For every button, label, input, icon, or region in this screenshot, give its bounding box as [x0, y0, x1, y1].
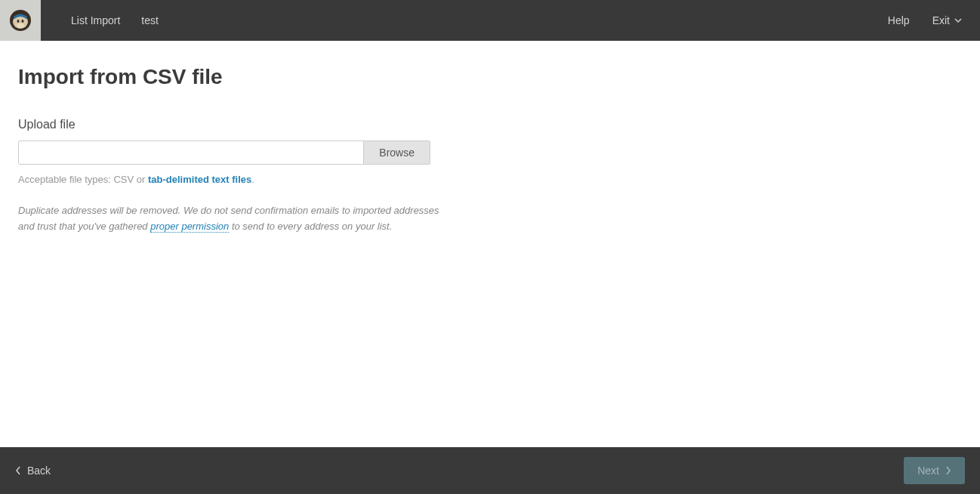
- exit-button[interactable]: Exit: [932, 14, 962, 26]
- mailchimp-logo-icon: [8, 8, 32, 32]
- proper-permission-link[interactable]: proper permission: [150, 221, 229, 233]
- file-path-input[interactable]: [18, 140, 364, 165]
- file-input-group: Browse: [18, 140, 430, 165]
- top-bar: List Import test Help Exit: [0, 0, 980, 41]
- main-content: Import from CSV file Upload file Browse …: [0, 41, 980, 253]
- page-title: Import from CSV file: [18, 65, 962, 89]
- nav-right: Help Exit: [888, 14, 980, 26]
- chevron-right-icon: [945, 466, 951, 475]
- next-button[interactable]: Next: [904, 457, 965, 484]
- svg-point-3: [22, 20, 24, 23]
- breadcrumb-primary[interactable]: List Import: [71, 14, 120, 26]
- chevron-down-icon: [954, 17, 962, 24]
- bottom-bar: Back Next: [0, 447, 980, 494]
- svg-point-4: [17, 23, 24, 28]
- back-button[interactable]: Back: [15, 465, 51, 477]
- acceptable-files-text: Acceptable file types: CSV or tab-delimi…: [18, 174, 962, 185]
- breadcrumb-secondary[interactable]: test: [141, 14, 159, 26]
- tab-delimited-link[interactable]: tab-delimited text files: [148, 174, 251, 185]
- browse-button[interactable]: Browse: [364, 140, 430, 165]
- exit-label: Exit: [932, 14, 950, 26]
- acceptable-suffix: .: [251, 174, 254, 185]
- help-link[interactable]: Help: [888, 14, 910, 26]
- chevron-left-icon: [15, 466, 21, 475]
- disclaimer-text: Duplicate addresses will be removed. We …: [18, 203, 441, 235]
- disclaimer-part2: to send to every address on your list.: [229, 221, 392, 232]
- acceptable-prefix: Acceptable file types: CSV or: [18, 174, 148, 185]
- breadcrumb: List Import test: [41, 14, 159, 26]
- logo-box[interactable]: [0, 0, 41, 41]
- svg-point-2: [17, 20, 20, 23]
- upload-label: Upload file: [18, 118, 962, 131]
- next-label: Next: [917, 465, 939, 477]
- back-label: Back: [27, 465, 51, 477]
